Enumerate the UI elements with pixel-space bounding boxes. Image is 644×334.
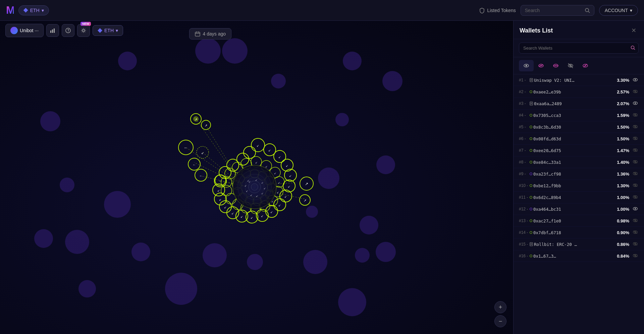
dot-icon xyxy=(530,149,532,152)
network-visualization[interactable]: ↗ ↗ ← ↙ ← ← ← ↗ ↗ ↙ ↙ ↙ ↙ ↙ ↙ ↙ ↙ ↙ ↙ xyxy=(136,85,337,270)
global-search[interactable]: Search xyxy=(521,5,594,16)
wallet-visibility-toggle[interactable] xyxy=(632,148,639,153)
wallet-list-item[interactable]: #4 - 0x7305…cca3 1.59% xyxy=(514,110,644,121)
svg-text:↙: ↙ xyxy=(274,172,276,175)
svg-text:↙: ↙ xyxy=(270,210,273,214)
wallet-rank: #2 - xyxy=(519,89,530,94)
svg-point-137 xyxy=(233,165,276,209)
eye-hidden-icon xyxy=(633,195,638,199)
filter-all-visible[interactable] xyxy=(519,60,534,71)
eye-hidden-icon xyxy=(633,136,638,140)
account-button[interactable]: ACCOUNT ▾ xyxy=(599,5,638,16)
wallet-list-item[interactable]: #14 - 0x7dbf…6718 0.90% xyxy=(514,227,644,239)
wallet-percentage: 2.57% xyxy=(613,89,629,94)
wallet-visibility-toggle[interactable] xyxy=(632,195,639,200)
wallet-list-item[interactable]: #16 - 0x1…67…3… 0.84% xyxy=(514,250,644,262)
wallet-list-item[interactable]: #10 - 0xbe12…f9bb 1.30% xyxy=(514,180,644,192)
svg-text:↙: ↙ xyxy=(261,214,264,218)
wallet-rank: #5 - xyxy=(519,125,530,129)
wallet-address: 0xac27…f1e0 xyxy=(533,218,613,223)
zoom-in-button[interactable]: + xyxy=(494,301,506,313)
wallet-percentage: 0.90% xyxy=(613,230,629,235)
wallet-list-item[interactable]: #5 - 0x8c3b…6d30 1.50% xyxy=(514,121,644,133)
listed-tokens-link[interactable]: Listed Tokens xyxy=(479,7,516,13)
filter-hide-button2[interactable] xyxy=(548,60,563,71)
wallet-address: Uniswap V2: UNI… xyxy=(534,78,613,83)
wallet-visibility-toggle[interactable] xyxy=(632,136,639,141)
svg-point-206 xyxy=(530,173,532,175)
close-wallets-button[interactable]: ✕ xyxy=(629,26,638,35)
unibot-button[interactable]: Unibot ··· xyxy=(5,24,44,37)
wallet-visibility-toggle[interactable] xyxy=(632,171,639,177)
wallet-visibility-toggle[interactable] xyxy=(632,101,639,106)
wallet-visibility-toggle[interactable] xyxy=(632,253,639,259)
wallet-visibility-toggle[interactable] xyxy=(632,124,639,130)
filter-hide-button4[interactable] xyxy=(578,60,593,71)
listed-tokens-label: Listed Tokens xyxy=(487,8,516,13)
wallet-visibility-toggle[interactable] xyxy=(632,159,639,165)
calendar-icon xyxy=(195,31,200,37)
svg-text:↙: ↙ xyxy=(219,198,222,201)
wallet-list-item[interactable]: #3 - 0xaa6a…2489 2.07% xyxy=(514,98,644,110)
date-label: 4 days ago xyxy=(203,31,226,37)
wallet-list-item[interactable]: #11 - 0x6d2c…89b4 1.00% xyxy=(514,192,644,203)
svg-text:↙: ↙ xyxy=(240,215,243,218)
wallet-list-item[interactable]: #6 - 0x08fd…d63d 1.50% xyxy=(514,133,644,145)
svg-text:↙: ↙ xyxy=(247,179,249,182)
svg-point-0 xyxy=(585,8,589,12)
svg-text:?: ? xyxy=(67,29,69,32)
wallet-list-item[interactable]: #1 - Uniswap V2: UNI… 3.30% xyxy=(514,74,644,86)
svg-point-154 xyxy=(631,46,634,49)
wallet-list-item[interactable]: #15 - Rollbit: ERC-20 … 0.86% xyxy=(514,239,644,250)
wallet-visibility-toggle[interactable] xyxy=(632,113,639,118)
svg-point-185 xyxy=(635,103,636,104)
eye-hidden-icon xyxy=(633,148,638,152)
wallet-visibility-toggle[interactable] xyxy=(632,77,639,83)
logo[interactable]: M xyxy=(6,4,14,16)
settings-button[interactable]: New xyxy=(77,24,90,37)
doc-icon xyxy=(530,102,533,106)
wallet-address: 0xe84c…33a1 xyxy=(533,160,613,165)
wallet-visibility-toggle[interactable] xyxy=(632,218,639,223)
wallet-visibility-toggle[interactable] xyxy=(632,183,639,188)
svg-text:↙: ↙ xyxy=(244,184,247,187)
wallet-list-item[interactable]: #12 - 0xa464…bc31 1.00% xyxy=(514,203,644,215)
svg-point-100 xyxy=(237,153,249,165)
svg-point-24 xyxy=(65,230,89,254)
wallets-search-input[interactable] xyxy=(519,43,639,54)
wallet-list-item[interactable]: #2 - 0xaee2…e39b 2.57% xyxy=(514,86,644,98)
help-icon: ? xyxy=(65,28,71,33)
eye-visible-icon xyxy=(633,207,638,211)
wallet-percentage: 1.00% xyxy=(613,195,629,200)
unibot-icon xyxy=(10,27,18,34)
eye-hidden-icon xyxy=(633,172,638,176)
wallet-percentage: 3.30% xyxy=(613,78,629,83)
svg-text:↗: ↗ xyxy=(304,199,306,202)
help-button[interactable]: ? xyxy=(62,24,74,37)
wallet-list-item[interactable]: #13 - 0xac27…f1e0 0.98% xyxy=(514,215,644,227)
wallet-visibility-toggle[interactable] xyxy=(632,206,639,212)
eth-sub-button[interactable]: ETH ▾ xyxy=(93,25,123,36)
svg-point-18 xyxy=(40,111,60,131)
eye-all-icon xyxy=(523,63,529,69)
wallet-percentage: 1.50% xyxy=(613,136,629,141)
svg-text:↙: ↙ xyxy=(224,206,227,209)
chart-button[interactable] xyxy=(46,24,59,37)
svg-point-35 xyxy=(376,155,395,174)
filter-hide-button1[interactable] xyxy=(534,60,548,71)
wallet-percentage: 1.36% xyxy=(613,172,629,177)
wallet-visibility-toggle[interactable] xyxy=(632,89,639,94)
svg-text:↙: ↙ xyxy=(261,192,263,195)
filter-hide-button3[interactable] xyxy=(563,60,578,71)
svg-point-186 xyxy=(530,114,532,117)
eth-network-button[interactable]: ETH ▾ xyxy=(18,5,49,15)
wallet-visibility-toggle[interactable] xyxy=(632,242,639,247)
shield-icon xyxy=(479,7,485,13)
wallet-list-item[interactable]: #9 - 0xa23f…cf98 1.36% xyxy=(514,168,644,180)
zoom-out-button[interactable]: − xyxy=(494,315,506,327)
svg-text:↙: ↙ xyxy=(250,194,252,197)
wallet-visibility-toggle[interactable] xyxy=(632,230,639,235)
eye-cancel-icon3 xyxy=(568,63,574,69)
wallet-list-item[interactable]: #8 - 0xe84c…33a1 1.40% xyxy=(514,156,644,168)
wallet-list-item[interactable]: #7 - 0xee20…6d75 1.47% xyxy=(514,145,644,156)
